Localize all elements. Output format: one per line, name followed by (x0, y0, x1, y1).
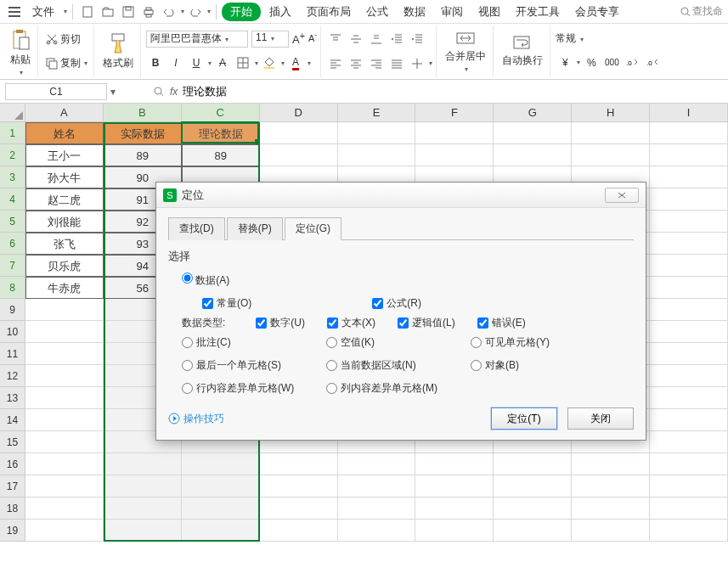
font-color-button[interactable]: A (286, 53, 305, 72)
cell[interactable] (415, 475, 494, 497)
cell[interactable] (260, 144, 338, 166)
cell[interactable] (104, 475, 182, 497)
undo-dd-icon[interactable]: ▾ (181, 8, 184, 15)
cell[interactable] (260, 520, 338, 542)
tab-layout[interactable]: 页面布局 (300, 3, 358, 21)
cell[interactable] (494, 144, 572, 166)
cell[interactable] (260, 475, 338, 497)
cell[interactable] (650, 188, 728, 211)
name-box[interactable]: C1 (5, 83, 107, 100)
cell[interactable] (415, 497, 494, 520)
fx-search-icon[interactable] (153, 86, 165, 98)
cell[interactable] (572, 453, 650, 475)
dialog-close-button[interactable] (605, 188, 639, 203)
font-name-select[interactable]: 阿里巴巴普惠体 ▾ (146, 31, 248, 48)
tab-vip[interactable]: 会员专享 (568, 3, 626, 21)
cell[interactable] (650, 255, 728, 277)
cell[interactable]: 实际数据 (104, 122, 182, 144)
opt-blank[interactable]: 空值(K) (326, 335, 471, 350)
cell[interactable] (415, 453, 494, 475)
decrease-font-icon[interactable]: A- (308, 31, 317, 48)
opt-data[interactable]: 数据(A) (182, 273, 229, 288)
currency-icon[interactable]: ¥ (556, 53, 574, 72)
col-header-F[interactable]: F (415, 104, 494, 122)
tab-goto[interactable]: 定位(G) (285, 217, 341, 240)
align-left-icon[interactable] (326, 54, 345, 73)
col-header-C[interactable]: C (182, 104, 260, 122)
row-header[interactable]: 3 (0, 166, 25, 188)
cell[interactable] (494, 475, 572, 497)
open-icon[interactable] (99, 3, 117, 21)
cell[interactable] (650, 122, 728, 144)
opt-currentregion[interactable]: 当前数据区域(N) (326, 358, 471, 373)
cell[interactable] (650, 387, 728, 409)
chk-formula[interactable]: 公式(R) (372, 296, 421, 311)
tips-link[interactable]: 操作技巧 (168, 412, 224, 426)
select-all-corner[interactable] (0, 104, 25, 122)
align-top-icon[interactable] (326, 30, 345, 48)
row-header[interactable]: 13 (0, 387, 25, 409)
goto-ok-button[interactable]: 定位(T) (491, 407, 557, 430)
row-header[interactable]: 17 (0, 475, 25, 497)
tab-dev[interactable]: 开发工具 (509, 3, 567, 21)
strike-button[interactable]: A (213, 53, 232, 72)
print-icon[interactable] (139, 3, 158, 21)
search-box[interactable]: 查找命 (680, 4, 723, 19)
opt-object[interactable]: 对象(B) (471, 358, 615, 373)
align-middle-icon[interactable] (347, 30, 365, 48)
font-size-select[interactable]: 11 ▾ (251, 31, 289, 48)
row-header[interactable]: 12 (0, 365, 25, 387)
justify-icon[interactable] (387, 54, 406, 73)
row-header[interactable]: 2 (0, 144, 25, 166)
decrease-indent-icon[interactable] (387, 30, 406, 48)
wrap-button[interactable]: 自动换行 (499, 33, 546, 70)
increase-font-icon[interactable]: A+ (292, 31, 305, 48)
orientation-icon[interactable] (408, 54, 426, 73)
cell[interactable] (25, 475, 104, 497)
paste-button[interactable]: 粘贴▾ (7, 27, 34, 78)
cell[interactable] (338, 520, 416, 542)
cell[interactable] (25, 343, 104, 365)
new-icon[interactable] (78, 3, 97, 21)
cell[interactable] (572, 520, 650, 542)
border-button[interactable] (234, 53, 252, 72)
cell[interactable] (650, 277, 728, 299)
cell[interactable] (182, 453, 260, 475)
cut-button[interactable]: 剪切 (43, 31, 90, 48)
file-dropdown-icon[interactable]: ▾ (64, 8, 67, 15)
row-header[interactable]: 14 (0, 409, 25, 431)
col-header-H[interactable]: H (572, 104, 650, 122)
cell[interactable] (25, 299, 104, 321)
cell[interactable] (650, 211, 728, 233)
decrease-decimal-icon[interactable]: .0 (643, 53, 662, 72)
cell[interactable] (572, 475, 650, 497)
tab-view[interactable]: 视图 (471, 3, 507, 21)
row-header[interactable]: 16 (0, 453, 25, 475)
tab-find[interactable]: 查找(D) (168, 217, 225, 240)
cell[interactable] (25, 409, 104, 431)
cell[interactable] (104, 520, 182, 542)
col-header-G[interactable]: G (494, 104, 572, 122)
opt-visible[interactable]: 可见单元格(Y) (471, 335, 615, 350)
col-header-A[interactable]: A (25, 104, 104, 122)
cell[interactable] (25, 497, 104, 520)
cell[interactable] (650, 233, 728, 255)
tab-insert[interactable]: 插入 (262, 3, 298, 21)
tab-replace[interactable]: 替换(P) (227, 217, 283, 240)
col-header-B[interactable]: B (104, 104, 182, 122)
cell[interactable] (650, 453, 728, 475)
row-header[interactable]: 4 (0, 188, 25, 211)
namebox-dd-icon[interactable]: ▾ (107, 86, 119, 98)
bold-button[interactable]: B (146, 53, 165, 72)
redo-icon[interactable] (186, 3, 205, 21)
cell[interactable]: 刘很能 (25, 211, 104, 233)
align-bottom-icon[interactable] (367, 30, 386, 48)
cell[interactable] (182, 497, 260, 520)
cell[interactable] (650, 520, 728, 542)
cell[interactable] (572, 497, 650, 520)
cell[interactable] (338, 453, 416, 475)
row-header[interactable]: 5 (0, 211, 25, 233)
copy-button[interactable]: 复制▾ (43, 54, 90, 72)
cell[interactable] (415, 520, 494, 542)
row-header[interactable]: 10 (0, 321, 25, 343)
